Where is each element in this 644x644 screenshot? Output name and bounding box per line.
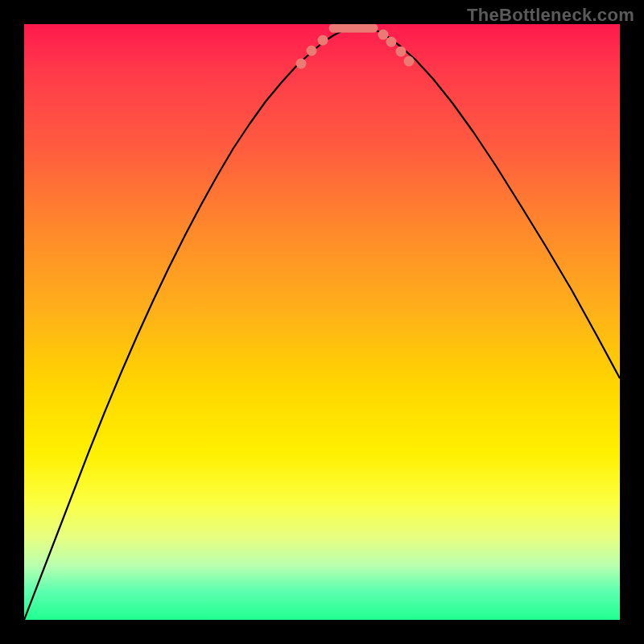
frame: TheBottleneck.com [0,0,644,644]
watermark: TheBottleneck.com [467,5,634,26]
gradient-plot-area [24,24,620,620]
